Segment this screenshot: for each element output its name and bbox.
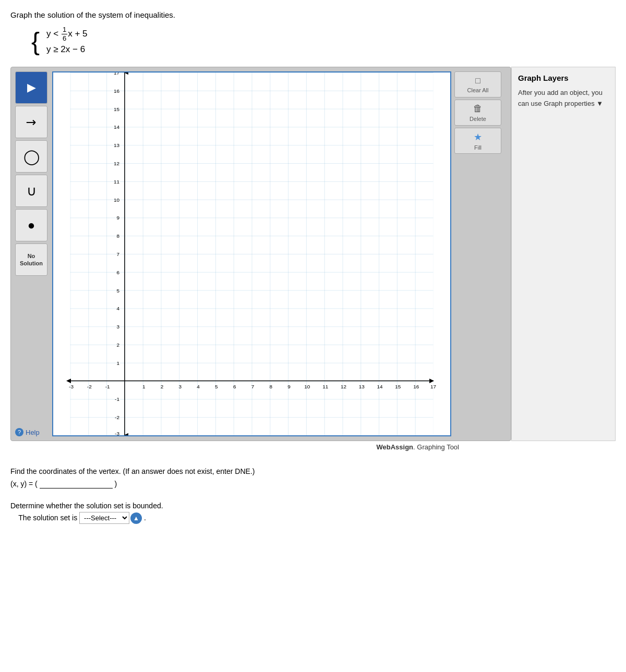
fraction: 16	[62, 26, 67, 42]
svg-text:-2: -2	[115, 414, 119, 420]
delete-label: Delete	[469, 116, 486, 122]
graph-area[interactable]: -3 -2 -1 1 2 3 4 5 6 7 8 9 10 11 12 13 1…	[52, 71, 451, 436]
svg-text:17: 17	[430, 384, 437, 390]
svg-text:-1: -1	[115, 396, 119, 402]
graphing-tool: ▶ ↗ ◯ ∪ ● NoSolution ? Help	[10, 67, 511, 441]
equation-line-1: y < 16x + 5	[46, 26, 87, 42]
svg-text:12: 12	[341, 384, 347, 390]
webassign-brand: WebAssign	[377, 443, 414, 451]
vertex-input[interactable]	[40, 480, 113, 488]
equation-block: { y < 16x + 5 y ≥ 2x − 6	[31, 26, 616, 57]
problem-title: Graph the solution of the system of ineq…	[10, 10, 616, 19]
select-tool[interactable]: ▶	[15, 71, 47, 104]
question-1-input-row: (x, y) = ( )	[10, 478, 616, 491]
parabola-tool[interactable]: ∪	[15, 175, 47, 207]
questions-section: Find the coordinates of the vertex. (If …	[10, 466, 616, 524]
clear-all-icon: □	[475, 76, 480, 85]
svg-text:13: 13	[359, 384, 365, 390]
clear-all-label: Clear All	[467, 87, 489, 93]
svg-text:9: 9	[116, 215, 119, 221]
svg-text:16: 16	[413, 384, 419, 390]
svg-text:1: 1	[116, 360, 119, 366]
svg-text:11: 11	[322, 384, 329, 390]
svg-text:9: 9	[287, 384, 291, 390]
point-icon: ●	[28, 218, 35, 233]
fill-icon: ★	[474, 131, 482, 143]
svg-text:3: 3	[116, 324, 119, 329]
question-2-block: Determine whether the solution set is bo…	[10, 500, 616, 525]
svg-text:4: 4	[197, 384, 200, 390]
clear-all-button[interactable]: □ Clear All	[454, 71, 501, 97]
question-1-text: Find the coordinates of the vertex. (If …	[10, 466, 616, 478]
svg-text:11: 11	[114, 179, 120, 185]
svg-text:13: 13	[114, 142, 120, 148]
fill-label: Fill	[474, 144, 481, 151]
equation-line-2: y ≥ 2x − 6	[46, 42, 87, 57]
svg-text:7: 7	[116, 251, 119, 257]
delete-icon: 🗑	[473, 103, 483, 114]
graph-svg: -3 -2 -1 1 2 3 4 5 6 7 8 9 10 11 12 13 1…	[53, 72, 450, 435]
svg-text:8: 8	[116, 233, 119, 239]
circle-tool[interactable]: ◯	[15, 140, 47, 173]
svg-text:10: 10	[114, 197, 120, 203]
q2-period: .	[144, 514, 146, 522]
svg-text:4: 4	[116, 306, 119, 311]
svg-text:17: 17	[114, 72, 120, 76]
graph-layers-title: Graph Layers	[518, 74, 609, 82]
question-2-text: Determine whether the solution set is bo…	[10, 500, 616, 512]
q2-label: The solution set is	[10, 514, 79, 522]
graphing-tool-label: . Graphing Tool	[413, 443, 459, 451]
svg-text:6: 6	[233, 384, 236, 390]
cursor-icon: ▶	[27, 81, 36, 94]
svg-text:7: 7	[251, 384, 255, 390]
fill-button[interactable]: ★ Fill	[454, 128, 501, 154]
svg-text:-3: -3	[115, 431, 119, 435]
equation-lines: y < 16x + 5 y ≥ 2x − 6	[46, 26, 87, 57]
line-tool[interactable]: ↗	[15, 106, 47, 138]
svg-text:14: 14	[114, 124, 120, 130]
svg-text:1: 1	[142, 384, 146, 390]
svg-text:-2: -2	[87, 384, 92, 390]
svg-text:12: 12	[114, 161, 120, 166]
svg-text:16: 16	[114, 88, 120, 94]
svg-text:6: 6	[116, 270, 119, 275]
svg-text:15: 15	[395, 384, 401, 390]
help-label: Help	[26, 429, 40, 436]
left-toolbar: ▶ ↗ ◯ ∪ ● NoSolution ? Help	[15, 71, 49, 436]
svg-text:2: 2	[161, 384, 164, 390]
select-arrow-btn[interactable]: ▲	[130, 512, 142, 524]
line-icon: ↗	[22, 113, 40, 131]
select-with-arrow: ---Select--- bounded unbounded ▲	[79, 512, 142, 524]
svg-text:14: 14	[377, 384, 383, 390]
svg-text:5: 5	[215, 384, 218, 390]
main-wrapper: ▶ ↗ ◯ ∪ ● NoSolution ? Help	[10, 67, 616, 441]
delete-button[interactable]: 🗑 Delete	[454, 100, 501, 126]
svg-text:15: 15	[114, 106, 120, 112]
no-solution-button[interactable]: NoSolution	[15, 243, 47, 276]
question-2-input-row: The solution set is ---Select--- bounded…	[10, 512, 616, 524]
right-panel: □ Clear All 🗑 Delete ★ Fill	[454, 71, 507, 436]
svg-text:-3: -3	[69, 384, 74, 390]
q1-label: (x, y) = (	[10, 480, 38, 488]
svg-text:2: 2	[116, 342, 119, 348]
point-tool[interactable]: ●	[15, 209, 47, 241]
svg-text:-1: -1	[105, 384, 110, 390]
question-1-block: Find the coordinates of the vertex. (If …	[10, 466, 616, 491]
help-link[interactable]: ? Help	[15, 428, 49, 436]
svg-text:3: 3	[179, 384, 182, 390]
svg-text:10: 10	[304, 384, 310, 390]
graph-layers-description: After you add an object, you can use Gra…	[518, 88, 609, 109]
bounded-select[interactable]: ---Select--- bounded unbounded	[79, 512, 129, 524]
parabola-icon: ∪	[27, 183, 37, 199]
help-icon: ?	[15, 428, 23, 436]
wa-footer: WebAssign. Graphing Tool	[10, 441, 459, 451]
graph-layers-panel: Graph Layers After you add an object, yo…	[511, 67, 616, 441]
svg-text:8: 8	[270, 384, 273, 390]
no-solution-label: NoSolution	[20, 252, 43, 267]
brace: {	[31, 28, 40, 55]
circle-icon: ◯	[23, 148, 40, 165]
svg-text:5: 5	[116, 288, 119, 294]
q1-close: )	[115, 480, 117, 488]
